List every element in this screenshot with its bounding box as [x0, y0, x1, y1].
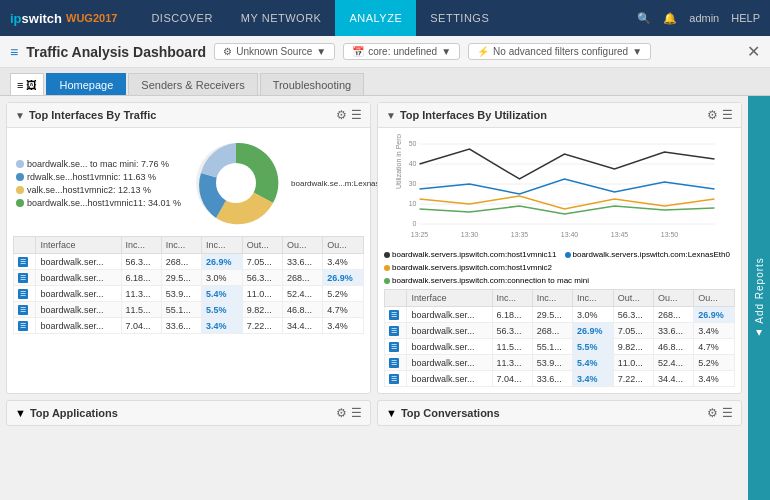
table-cell-c4: 7.05...	[242, 254, 282, 270]
table-cell-c3: 5.5%	[572, 339, 613, 355]
uth-ou2: Ou...	[653, 290, 693, 307]
y-label-50: 50	[409, 140, 417, 147]
x-label-5: 13:45	[611, 231, 629, 238]
legend-item-2: rdwalk.se...host1vmnic: 11.63 %	[16, 172, 181, 182]
conversations-settings-icon[interactable]: ⚙	[707, 406, 718, 420]
conversations-chevron[interactable]: ▼	[386, 407, 397, 419]
table-cell-c1: 7.04...	[121, 318, 161, 334]
close-button[interactable]: ✕	[747, 42, 760, 61]
nav-analyze[interactable]: ANALYZE	[335, 0, 416, 36]
legend-dot-4	[16, 199, 24, 207]
table-cell-c3: 3.4%	[201, 318, 242, 334]
add-reports-panel[interactable]: ▲ Add Reports	[748, 96, 770, 500]
row-icon[interactable]: ☰	[18, 273, 28, 283]
table-cell-c3: 26.9%	[572, 323, 613, 339]
table-cell-c1: 56.3...	[492, 323, 532, 339]
table-cell-c4: 11.0...	[242, 286, 282, 302]
table-cell-c6: 3.4%	[323, 318, 364, 334]
table-cell-c4: 56.3...	[242, 270, 282, 286]
applications-settings-icon[interactable]: ⚙	[336, 406, 347, 420]
table-cell-interface: boardwalk.ser...	[36, 254, 121, 270]
pie-center	[216, 163, 256, 203]
tab-troubleshooting[interactable]: Troubleshooting	[260, 73, 364, 95]
row-icon[interactable]: ☰	[389, 326, 399, 336]
table-cell-c5: 268...	[282, 270, 322, 286]
bell-icon[interactable]: 🔔	[663, 12, 677, 25]
admin-label[interactable]: admin	[689, 12, 719, 24]
source-filter[interactable]: ⚙ Unknown Source ▼	[214, 43, 335, 60]
row-icon[interactable]: ☰	[18, 289, 28, 299]
traffic-chevron[interactable]: ▼	[15, 110, 25, 121]
nav-discover[interactable]: DISCOVER	[137, 0, 226, 36]
dashboard-icon: ≡	[10, 44, 18, 60]
applications-menu-icon[interactable]: ☰	[351, 406, 362, 420]
applications-chevron[interactable]: ▼	[15, 407, 26, 419]
nav-right: 🔍 🔔 admin HELP	[637, 12, 760, 25]
utilization-actions: ⚙ ☰	[707, 108, 733, 122]
x-label-1: 13:25	[411, 231, 429, 238]
table-cell-c2: 29.5...	[161, 270, 201, 286]
table-row: ☰	[14, 270, 36, 286]
table-cell-c1: 6.18...	[121, 270, 161, 286]
table-cell-c3: 5.5%	[201, 302, 242, 318]
tab-senders[interactable]: Senders & Receivers	[128, 73, 257, 95]
line-orange	[420, 196, 715, 209]
table-cell-c1: 6.18...	[492, 307, 532, 323]
traffic-settings-icon[interactable]: ⚙	[336, 108, 347, 122]
traffic-widget: ▼ Top Interfaces By Traffic ⚙ ☰ boardwal…	[6, 102, 371, 394]
legend-green-label: boardwalk.servers.ipswitch.com:connectio…	[392, 276, 589, 285]
line-blue	[420, 179, 715, 194]
row-icon[interactable]: ☰	[389, 374, 399, 384]
tab-menu-button[interactable]: ≡ 🖼	[10, 73, 44, 95]
tab-homepage[interactable]: Homepage	[46, 73, 126, 95]
table-cell-interface: boardwalk.ser...	[36, 302, 121, 318]
th-interface: Interface	[36, 237, 121, 254]
table-row: ☰	[385, 323, 407, 339]
table-cell-c5: 33.6...	[653, 323, 693, 339]
advanced-filter[interactable]: ⚡ No advanced filters configured ▼	[468, 43, 651, 60]
core-filter[interactable]: 📅 core: undefined ▼	[343, 43, 460, 60]
search-icon[interactable]: 🔍	[637, 12, 651, 25]
table-cell-c6: 3.4%	[694, 323, 735, 339]
table-cell-c5: 34.4...	[653, 371, 693, 387]
utilization-settings-icon[interactable]: ⚙	[707, 108, 718, 122]
table-row: ☰	[385, 339, 407, 355]
line-green	[420, 206, 715, 214]
table-cell-interface: boardwalk.ser...	[36, 270, 121, 286]
y-label-30: 30	[409, 180, 417, 187]
table-cell-c3: 5.4%	[201, 286, 242, 302]
table-cell-c6: 26.9%	[694, 307, 735, 323]
pie-legend-left: boardwalk.se... to mac mini: 7.76 % rdwa…	[16, 156, 181, 211]
x-label-3: 13:35	[511, 231, 529, 238]
table-row: ☰	[14, 254, 36, 270]
table-cell-c4: 9.82...	[613, 339, 653, 355]
legend-green: boardwalk.servers.ipswitch.com:connectio…	[384, 276, 589, 285]
row-icon[interactable]: ☰	[18, 321, 28, 331]
th-out1: Out...	[242, 237, 282, 254]
uth-inc3: Inc...	[572, 290, 613, 307]
row-icon[interactable]: ☰	[18, 305, 28, 315]
row-icon[interactable]: ☰	[18, 257, 28, 267]
utilization-chevron[interactable]: ▼	[386, 110, 396, 121]
legend-blue-label: boardwalk.servers.ipswitch.com:LexnasEth…	[573, 250, 730, 259]
table-cell-c5: 46.8...	[653, 339, 693, 355]
utilization-table: Interface Inc... Inc... Inc... Out... Ou…	[384, 289, 735, 387]
nav-my-network[interactable]: MY NETWORK	[227, 0, 336, 36]
traffic-menu-icon[interactable]: ☰	[351, 108, 362, 122]
table-row: ☰	[385, 371, 407, 387]
conversations-widget-header: ▼ Top Conversations ⚙ ☰	[377, 400, 742, 426]
table-cell-interface: boardwalk.ser...	[407, 371, 492, 387]
row-icon[interactable]: ☰	[389, 342, 399, 352]
conversations-menu-icon[interactable]: ☰	[722, 406, 733, 420]
table-cell-c6: 26.9%	[323, 270, 364, 286]
row-icon[interactable]: ☰	[389, 310, 399, 320]
utilization-menu-icon[interactable]: ☰	[722, 108, 733, 122]
table-cell-c5: 46.8...	[282, 302, 322, 318]
th-inc3: Inc...	[201, 237, 242, 254]
table-cell-c4: 7.22...	[242, 318, 282, 334]
help-link[interactable]: HELP	[731, 12, 760, 24]
applications-actions: ⚙ ☰	[336, 406, 362, 420]
table-cell-c1: 11.5...	[121, 302, 161, 318]
nav-settings[interactable]: SETTINGS	[416, 0, 503, 36]
row-icon[interactable]: ☰	[389, 358, 399, 368]
